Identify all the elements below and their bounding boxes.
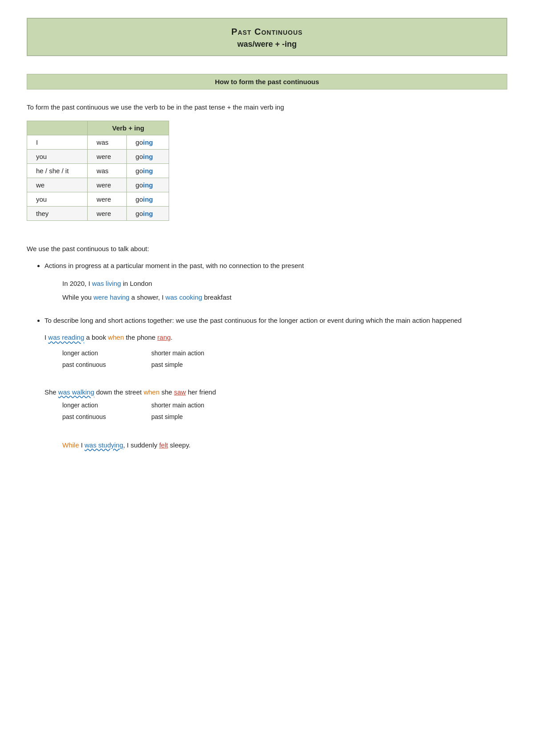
usage-list: Actions in progress at a particular mome… xyxy=(27,260,507,451)
sleepy-text: sleepy xyxy=(168,441,189,449)
pronoun-cell: you xyxy=(27,192,88,207)
bullet2-text: To describe long and short actions toget… xyxy=(44,317,461,324)
labels2-row: longer action shorter main action xyxy=(62,400,507,410)
was-walking-text: was walking xyxy=(58,388,94,396)
example2-sentence: I was reading a book when the phone rang… xyxy=(44,332,173,345)
pronoun-cell: you xyxy=(27,150,88,164)
gap1 xyxy=(27,234,507,245)
felt-text: felt xyxy=(159,441,168,449)
verb-cell: going xyxy=(126,178,169,192)
past-continuous-label2: past continuous xyxy=(62,412,151,422)
past-continuous-label: past continuous xyxy=(62,360,151,370)
past-simple-label2: past simple xyxy=(151,412,240,422)
rang-text: rang xyxy=(158,333,171,341)
comma-text: , xyxy=(123,441,127,449)
bullet1-examples: In 2020, I was living in London While yo… xyxy=(62,277,507,304)
table-row: they were going xyxy=(27,207,169,221)
verb-cell: going xyxy=(126,192,169,207)
gap2 xyxy=(44,310,507,315)
aux-cell: were xyxy=(88,150,126,164)
period1: . xyxy=(171,333,173,341)
she-text: She xyxy=(44,388,58,396)
the-phone: the phone xyxy=(124,333,157,341)
while-text: While xyxy=(62,441,79,449)
was-living-text: was living xyxy=(92,280,121,287)
example1-line2: While you were having a shower, I was co… xyxy=(62,291,507,304)
suddenly-text: suddenly xyxy=(130,441,159,449)
shorter-action-label: shorter main action xyxy=(151,348,240,358)
past-simple-label: past simple xyxy=(151,360,240,370)
gap4 xyxy=(44,424,507,435)
labels1-row: longer action shorter main action xyxy=(62,348,507,358)
conjugation-table: Verb + ing I was going you were going he… xyxy=(27,121,169,221)
example3-sentence-block: She was walking down the street when she… xyxy=(44,387,507,398)
aux-cell: were xyxy=(88,192,126,207)
header-box: Past Continuous was/were + -ing xyxy=(27,18,507,56)
her-friend: her friend xyxy=(186,388,216,396)
aux-cell: were xyxy=(88,207,126,221)
was-reading-text: was reading xyxy=(48,333,84,341)
ing-suffix: ing xyxy=(143,181,153,189)
page-title: Past Continuous xyxy=(36,27,498,37)
pronoun-cell: they xyxy=(27,207,88,221)
a-book: a book xyxy=(84,333,108,341)
ing-suffix: ing xyxy=(143,210,153,217)
verb-cell: going xyxy=(126,150,169,164)
pronoun-cell: we xyxy=(27,178,88,192)
longer-action-label: longer action xyxy=(62,348,151,358)
saw-text: saw xyxy=(174,388,186,396)
when-text: when xyxy=(108,333,124,341)
pronoun-cell: he / she / it xyxy=(27,164,88,178)
down-street: down the street xyxy=(94,388,144,396)
labels1-row2: past continuous past simple xyxy=(62,360,507,370)
verb-cell: going xyxy=(126,207,169,221)
table-row: you were going xyxy=(27,192,169,207)
i3-text: I xyxy=(79,441,85,449)
example2-sentence-block: I was reading a book when the phone rang… xyxy=(44,332,507,345)
ing-suffix: ing xyxy=(143,195,153,203)
pronoun-cell: I xyxy=(27,135,88,150)
page-subtitle: was/were + -ing xyxy=(36,40,498,49)
aux-cell: was xyxy=(88,164,126,178)
table-row: he / she / it was going xyxy=(27,164,169,178)
table-row: you were going xyxy=(27,150,169,164)
gap3 xyxy=(44,372,507,382)
aux-cell: was xyxy=(88,135,126,150)
table-header-verb: Verb + ing xyxy=(88,121,169,135)
ing-suffix: ing xyxy=(143,138,153,146)
were-having-text: were having xyxy=(93,293,129,301)
section2-intro: We use the past continuous to talk about… xyxy=(27,245,507,252)
bullet1: Actions in progress at a particular mome… xyxy=(44,260,507,304)
when2-text: when xyxy=(144,388,160,396)
aux-cell: were xyxy=(88,178,126,192)
section1-banner: How to form the past continuous xyxy=(27,74,507,89)
ing-suffix: ing xyxy=(143,167,153,175)
was-studying-text: was studying xyxy=(85,441,123,449)
table-header-pronoun xyxy=(27,121,88,135)
example1-line1: In 2020, I was living in London xyxy=(62,277,507,290)
bullet1-text: Actions in progress at a particular mome… xyxy=(44,262,304,269)
she-saw: she xyxy=(160,388,174,396)
verb-cell: going xyxy=(126,135,169,150)
table-row: we were going xyxy=(27,178,169,192)
labels2-row2: past continuous past simple xyxy=(62,412,507,422)
section1-intro: To form the past continuous we use the v… xyxy=(27,102,507,113)
table-row: I was going xyxy=(27,135,169,150)
verb-cell: going xyxy=(126,164,169,178)
bullet2: To describe long and short actions toget… xyxy=(44,315,507,451)
ing-suffix: ing xyxy=(143,153,153,160)
example4-sentence: While I was studying, I suddenly felt sl… xyxy=(62,439,507,451)
shorter-action-label2: shorter main action xyxy=(151,400,240,410)
longer-action-label2: longer action xyxy=(62,400,151,410)
period2: . xyxy=(189,441,190,449)
was-cooking-text: was cooking xyxy=(166,293,202,301)
